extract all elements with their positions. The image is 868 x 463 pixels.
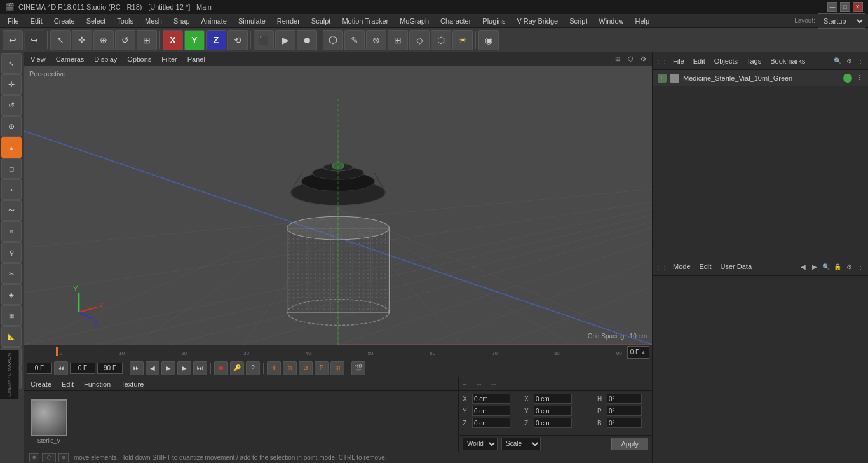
record-button[interactable]: ⬛ [254, 30, 274, 50]
rpanel-filter-icon[interactable]: ⚙ [844, 56, 854, 66]
statusbar-close-btn[interactable]: ✕ [58, 453, 69, 462]
menu-help[interactable]: Help [630, 16, 654, 26]
deformer-button[interactable]: ◇ [409, 30, 430, 50]
scale-tool-button[interactable]: ⊕ [93, 30, 114, 50]
param-key-btn[interactable]: P [315, 361, 329, 375]
sidebar-magnet-btn[interactable]: ⚲ [1, 242, 22, 263]
sidebar-measure-btn[interactable]: 📐 [1, 326, 22, 347]
render-view-button[interactable]: ◉ [478, 30, 499, 50]
start-frame-input[interactable] [27, 363, 52, 374]
attr-edit-btn[interactable]: Edit [696, 261, 715, 272]
goto-end-btn[interactable]: ⏭ [193, 361, 207, 375]
transform-mode-button[interactable]: ⟲ [227, 30, 248, 50]
sidebar-scale-btn[interactable]: ⊕ [1, 116, 22, 137]
vp-menu-options[interactable]: Options [125, 54, 154, 64]
sidebar-select-btn[interactable]: ✛ [1, 74, 22, 95]
redo-button[interactable]: ↪ [24, 30, 44, 50]
coord-space-select[interactable]: World Object [463, 438, 498, 450]
menu-plugins[interactable]: Plugins [477, 16, 510, 26]
rpanel-edit-btn[interactable]: Edit [689, 56, 709, 66]
object-color-dot[interactable] [843, 74, 852, 83]
move-key-btn[interactable]: ✛ [267, 361, 281, 375]
menu-file[interactable]: File [3, 16, 24, 26]
cube-button[interactable]: ⬡ [323, 30, 343, 50]
layout-select[interactable]: Startup Standard [818, 13, 865, 29]
sidebar-point-btn[interactable]: • [1, 179, 22, 200]
play-btn[interactable]: ▶ [161, 361, 175, 375]
rpanel-options-icon[interactable]: ⋮ [855, 56, 865, 66]
attr-nav-back[interactable]: ◀ [798, 261, 808, 272]
statusbar-icon2[interactable]: ⬡ [42, 453, 56, 462]
menu-motion-tracker[interactable]: Motion Tracker [337, 16, 393, 26]
menu-character[interactable]: Character [435, 16, 476, 26]
menu-mograph[interactable]: MoGraph [395, 16, 434, 26]
vp-menu-cameras[interactable]: Cameras [53, 54, 87, 64]
material-item-0[interactable]: Sterile_V [31, 399, 67, 444]
vp-menu-panel[interactable]: Panel [185, 54, 208, 64]
sidebar-boole-btn[interactable]: ⊞ [1, 305, 22, 326]
p-rotation-input[interactable] [607, 406, 642, 416]
menu-select[interactable]: Select [81, 16, 111, 26]
maximize-button[interactable]: □ [840, 2, 850, 12]
axis-x-button[interactable]: X [163, 30, 183, 50]
preview-start-input[interactable] [70, 363, 95, 374]
menu-tools[interactable]: Tools [112, 16, 139, 26]
attr-search-icon[interactable]: 🔍 [821, 261, 831, 272]
object-menu-icon[interactable]: ⋮ [856, 74, 863, 82]
rotate-tool-button[interactable]: ↺ [115, 30, 135, 50]
light-button[interactable]: ☀ [452, 30, 473, 50]
rpanel-bookmarks-btn[interactable]: Bookmarks [766, 56, 809, 66]
undo-button[interactable]: ↩ [3, 30, 23, 50]
attr-lock-icon[interactable]: 🔒 [832, 261, 843, 272]
attr-user-data-btn[interactable]: User Data [717, 261, 756, 272]
viewport-canvas[interactable]: Perspective [24, 66, 652, 345]
sidebar-knife-btn[interactable]: ✂ [1, 263, 22, 284]
menu-render[interactable]: Render [272, 16, 305, 26]
menu-simulate[interactable]: Simulate [233, 16, 271, 26]
vp-layout-icon[interactable]: ⬡ [625, 54, 635, 64]
preview-end-input[interactable] [97, 363, 123, 374]
menu-mesh[interactable]: Mesh [140, 16, 167, 26]
sidebar-subdivide-btn[interactable]: ◈ [1, 284, 22, 305]
rpanel-objects-btn[interactable]: Objects [710, 56, 742, 66]
mat-menu-function[interactable]: Function [81, 379, 113, 389]
menu-script[interactable]: Script [564, 16, 592, 26]
mat-menu-texture[interactable]: Texture [118, 379, 146, 389]
curve-button[interactable]: ✎ [344, 30, 365, 50]
menu-create[interactable]: Create [49, 16, 80, 26]
null-button[interactable]: ⊛ [366, 30, 386, 50]
y-position-input[interactable] [472, 406, 510, 416]
scale-key-btn[interactable]: ⊕ [283, 361, 297, 375]
record-active-button[interactable]: ⏺ [297, 30, 317, 50]
b-rotation-input[interactable] [607, 418, 642, 428]
all-key-btn[interactable]: ⊞ [330, 361, 344, 375]
h-rotation-input[interactable] [607, 394, 642, 404]
mat-menu-edit[interactable]: Edit [59, 379, 76, 389]
vp-menu-display[interactable]: Display [92, 54, 119, 64]
menu-animate[interactable]: Animate [196, 16, 232, 26]
rpanel-tags-btn[interactable]: Tags [743, 56, 765, 66]
apply-button[interactable]: Apply [611, 438, 648, 450]
move-tool-button[interactable]: ✛ [72, 30, 92, 50]
vp-menu-filter[interactable]: Filter [159, 54, 179, 64]
loop-btn[interactable]: ? [246, 361, 260, 375]
mat-menu-create[interactable]: Create [28, 379, 54, 389]
prev-frame-btn[interactable]: ◀ [146, 361, 159, 375]
material-swatch-0[interactable] [31, 399, 67, 436]
menu-snap[interactable]: Snap [168, 16, 195, 26]
menu-window[interactable]: Window [593, 16, 628, 26]
menu-vray[interactable]: V-Ray Bridge [512, 16, 563, 26]
z-size-input[interactable] [534, 418, 572, 428]
y-size-input[interactable] [534, 406, 572, 416]
next-frame-btn[interactable]: ▶ [177, 361, 191, 375]
camera-button[interactable]: ⬡ [431, 30, 451, 50]
rpanel-search-icon[interactable]: 🔍 [832, 56, 843, 66]
z-position-input[interactable] [472, 418, 510, 428]
attr-nav-fwd[interactable]: ▶ [810, 261, 820, 272]
attr-settings-icon[interactable]: ⚙ [844, 261, 854, 272]
x-size-input[interactable] [534, 394, 572, 404]
x-position-input[interactable] [472, 394, 510, 404]
menu-sculpt[interactable]: Sculpt [306, 16, 336, 26]
frame-up-arrow[interactable]: ▲ [641, 349, 646, 356]
rotate-key-btn[interactable]: ↺ [299, 361, 313, 375]
